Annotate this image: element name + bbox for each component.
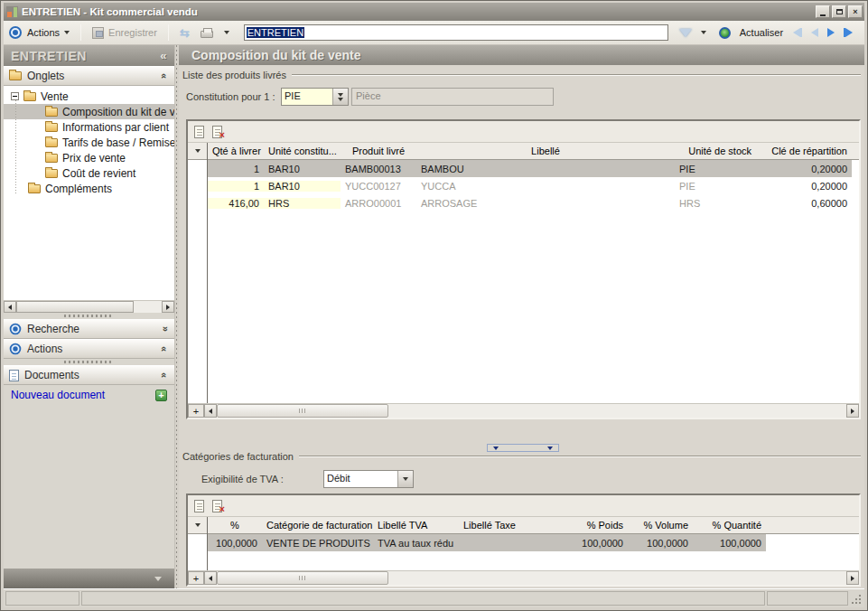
cell-pct-qty[interactable]: 100,0000 [693,538,766,549]
collapse-chevron-icon[interactable] [162,343,167,354]
column-header[interactable]: Clé de répartition [756,146,852,156]
scroll-right-button[interactable] [846,571,859,585]
previous-record-button[interactable] [807,26,823,39]
column-header[interactable]: % Quantité [693,520,766,531]
collapse-sidebar-button[interactable]: « [160,49,167,62]
scroll-right-button[interactable] [846,404,859,418]
scrollbar-thumb[interactable] [16,301,134,313]
tree-node-vente[interactable]: Vente [4,89,174,104]
column-header[interactable]: Libellé [416,146,675,156]
cell-product[interactable]: YUCC00127 [341,181,416,192]
column-header[interactable]: Qté à livrer [208,146,264,156]
actualiser-button[interactable]: Actualiser [734,25,789,40]
grid-menu-button[interactable] [188,517,207,534]
cell-label[interactable]: BAMBOU [416,164,675,174]
cell-unit[interactable]: BAR10 [264,164,341,174]
scroll-left-button[interactable] [4,301,16,313]
cell-qty[interactable]: 1 [208,181,264,192]
cell-pct-weight[interactable]: 100,0000 [563,538,628,549]
tree-item-prix-de-vente[interactable]: Prix de vente [4,150,174,165]
cell-pct-volume[interactable]: 100,0000 [628,538,693,549]
tva-combo-dropdown-button[interactable] [397,471,413,487]
cell-unit[interactable]: HRS [264,198,341,209]
filter-dropdown[interactable] [695,29,712,36]
onglets-panel-header[interactable]: Onglets [4,66,174,86]
actions-panel-header[interactable]: Actions [4,339,174,359]
filter-funnel-icon[interactable] [679,29,692,37]
cell-qty[interactable]: 416,00 [208,198,264,209]
new-document-link[interactable]: Nouveau document [11,389,105,401]
cell-qty[interactable]: 1 [208,164,264,174]
tree-item-composition-kit[interactable]: Composition du kit de vente [4,104,174,119]
last-record-button[interactable] [839,26,857,39]
tree-item-tarifs-remises[interactable]: Tarifs de base / Remises ve [4,135,174,150]
column-header[interactable]: Produit livré [341,146,416,156]
delete-row-icon[interactable] [212,126,222,138]
actualiser-icon[interactable] [719,27,731,39]
column-header[interactable]: Libellé TVA [373,520,459,531]
title-bar[interactable]: ENTRETIEN - Kit commercial vendu × [4,3,864,21]
print-button[interactable] [195,25,219,40]
table-row[interactable]: 416,00 HRS ARRO00001 ARROSAGE HRS 0,6000… [208,194,852,212]
print-options-dropdown[interactable] [219,29,235,36]
add-row-icon[interactable] [194,500,204,512]
cell-stock-unit[interactable]: HRS [675,198,756,209]
grid-menu-button[interactable] [188,143,207,160]
add-line-button[interactable]: + [188,571,204,585]
column-header[interactable]: Unité de stock [675,146,756,156]
collapse-chevron-icon[interactable] [162,370,167,381]
sidebar-footer-bar[interactable] [4,569,174,588]
cell-label[interactable]: ARROSAGE [416,198,675,209]
add-row-icon[interactable] [194,126,204,138]
scrollbar-track[interactable] [388,571,846,585]
tree-horizontal-scrollbar[interactable] [4,300,174,313]
cell-stock-unit[interactable]: PIE [675,164,756,174]
minimize-button[interactable] [816,5,830,18]
scrollbar-track[interactable] [134,301,162,313]
cell-product[interactable]: ARRO00001 [341,198,416,209]
collapse-node-icon[interactable] [11,92,19,100]
column-header[interactable]: Catégorie de facturation [262,520,373,531]
unit-combo[interactable]: PIE [281,88,349,106]
table-row[interactable]: 100,0000 VENTE DE PRODUITS TVA au taux r… [208,534,766,551]
record-filter-input[interactable]: ENTRETIEN [244,24,668,41]
billing-horizontal-scrollbar[interactable]: + [188,570,859,585]
documents-panel-header[interactable]: Documents [4,365,174,385]
panel-splitter[interactable] [4,313,174,319]
cell-stock-unit[interactable]: PIE [675,181,756,192]
save-button[interactable]: Enregistrer [87,25,163,41]
scroll-left-button[interactable] [204,571,217,585]
scrollbar-thumb[interactable] [217,571,388,585]
first-record-button[interactable] [789,26,807,39]
cell-label[interactable]: YUCCA [416,181,675,192]
actions-menu-button[interactable]: Actions [22,25,75,40]
next-record-button[interactable] [823,26,839,39]
cell-split-key[interactable]: 0,60000 [756,198,852,209]
scroll-left-button[interactable] [204,404,217,418]
resize-grip[interactable] [850,591,863,606]
cell-split-key[interactable]: 0,20000 [756,181,852,192]
collapse-chevron-icon[interactable] [162,70,167,81]
panel-splitter[interactable] [4,359,174,365]
refresh-data-button[interactable]: ⇆ [174,25,195,41]
recherche-panel-header[interactable]: Recherche [4,319,174,339]
close-button[interactable]: × [848,5,863,18]
expand-chevron-icon[interactable] [162,324,167,334]
cell-category[interactable]: VENTE DE PRODUITS [262,538,373,549]
tree-item-informations-client[interactable]: Informations par client [4,119,174,135]
cell-unit[interactable]: BAR10 [264,181,341,192]
cell-product[interactable]: BAMB00013 [341,164,416,174]
cell-split-key[interactable]: 0,20000 [756,164,852,174]
add-line-button[interactable]: + [188,404,204,418]
tva-combo[interactable]: Débit [323,470,414,488]
column-header[interactable]: Unité constitu... [264,146,341,156]
cell-tva-label[interactable]: TVA au taux rédu [373,538,459,549]
delete-row-icon[interactable] [212,500,222,512]
scrollbar-track[interactable] [388,404,846,418]
table-row[interactable]: 1 BAR10 BAMB00013 BAMBOU PIE 0,20000 [208,160,852,177]
column-header[interactable]: % Poids [563,520,628,531]
cell-pct[interactable]: 100,0000 [208,538,262,549]
tree-node-complements[interactable]: Compléments [4,181,174,196]
column-header[interactable]: % Volume [628,520,693,531]
unit-combo-dropdown-button[interactable] [332,89,348,105]
